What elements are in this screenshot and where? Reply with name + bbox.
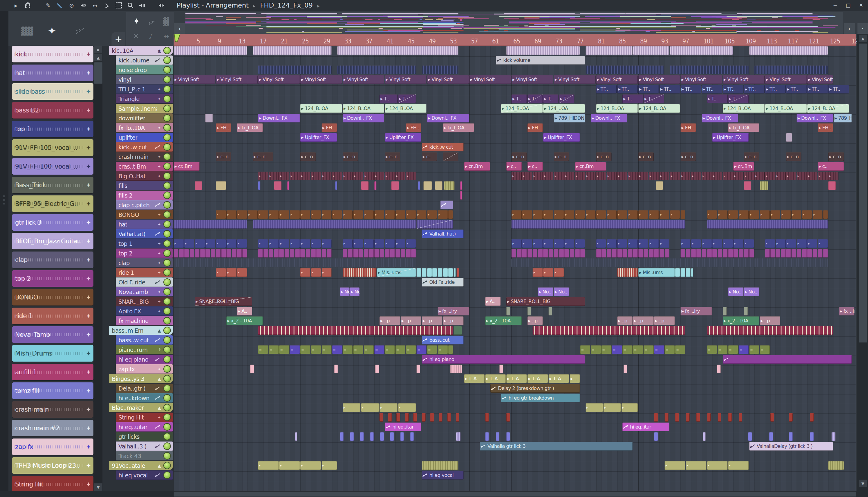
audio-clip[interactable]: ▸ fx_..iry xyxy=(680,307,712,315)
mini-clip[interactable]: ▸ xyxy=(659,210,670,219)
mini-clip[interactable]: ▸ xyxy=(607,172,617,180)
mini-clip[interactable] xyxy=(416,268,421,277)
track-mute-led[interactable] xyxy=(163,172,171,180)
track-header[interactable]: Bingos..ys 3▲ xyxy=(109,374,173,383)
mini-clip[interactable] xyxy=(360,432,364,441)
mini-clip[interactable] xyxy=(375,365,379,373)
mini-clip[interactable] xyxy=(460,181,462,190)
audio-clip[interactable]: ▸ Uplifter_FX xyxy=(300,133,337,142)
mini-clip[interactable]: ▸ xyxy=(564,239,574,248)
pattern-clip[interactable] xyxy=(512,220,685,229)
midi-clip[interactable]: ≡ xyxy=(718,345,728,354)
mini-clip[interactable] xyxy=(659,249,664,258)
audio-clip[interactable]: ▸ T.. xyxy=(527,95,543,103)
audio-clip[interactable]: ▸ fx_..iry xyxy=(438,307,469,315)
mini-clip[interactable] xyxy=(638,249,643,258)
audio-clip[interactable]: ▸ 124_B..OA xyxy=(596,104,638,113)
track-header[interactable]: Sample..inema xyxy=(116,104,173,113)
mini-clip[interactable] xyxy=(792,249,796,258)
stretch-icon[interactable]: ↔ xyxy=(164,32,169,40)
audio-clip[interactable]: ▸ Downl.._FX xyxy=(258,114,300,123)
mini-clip[interactable]: ▸ xyxy=(174,239,184,248)
playlist-grid[interactable]: kick volume▸ Vinyl Soft▸ Vinyl Soft▸ Vin… xyxy=(174,46,856,491)
horizontal-scroll-thumb[interactable] xyxy=(174,492,856,497)
mini-clip[interactable]: ▸ xyxy=(659,239,670,248)
mini-clip[interactable] xyxy=(812,249,818,258)
audio-clip[interactable]: ▸ ..p xyxy=(633,316,654,325)
automation-clip[interactable]: Old Fa..ride xyxy=(422,278,464,286)
mini-clip[interactable]: ▸ xyxy=(628,172,638,180)
mini-clip[interactable]: ▸ xyxy=(343,239,353,248)
mini-clip[interactable]: ▸ xyxy=(237,268,247,277)
mini-clip[interactable]: ▸ xyxy=(638,172,649,180)
automation-clip[interactable] xyxy=(723,355,852,364)
mini-clip[interactable]: ▸ xyxy=(575,172,585,180)
audio-clip[interactable]: ▸ FH.. xyxy=(680,123,696,132)
track-header[interactable]: piano..rum♪ xyxy=(116,345,173,354)
mini-clip[interactable]: ▸ xyxy=(279,210,289,219)
picker-item[interactable]: clap✦ xyxy=(12,252,93,268)
mini-clip[interactable]: ▸ xyxy=(728,461,749,470)
mini-clip[interactable]: ▸ xyxy=(765,239,775,248)
audio-clip[interactable]: ▸ Vinyl Soft xyxy=(258,75,300,84)
pattern-clip[interactable] xyxy=(253,46,332,55)
picker-item[interactable]: zap fx✦ xyxy=(12,439,93,455)
pattern-clip[interactable] xyxy=(343,268,377,277)
mini-clip[interactable] xyxy=(607,249,612,258)
mini-clip[interactable]: ▸ xyxy=(300,172,310,180)
track-header[interactable]: SNAR.._BIG✦ xyxy=(116,297,173,306)
audio-clip[interactable]: ▸ ..p xyxy=(527,316,543,325)
mini-clip[interactable] xyxy=(424,181,432,190)
pattern-clip[interactable] xyxy=(832,432,836,441)
mini-clip[interactable] xyxy=(522,249,527,258)
picker-item[interactable]: ac fill 1✦ xyxy=(12,364,93,380)
track-mute-led[interactable] xyxy=(163,356,171,363)
track-mute-led[interactable] xyxy=(163,442,171,450)
picker-item[interactable]: String Hit✦ xyxy=(12,476,93,493)
mini-clip[interactable] xyxy=(665,249,670,258)
preview-speaker-icon[interactable] xyxy=(157,0,167,11)
mini-clip[interactable] xyxy=(786,249,791,258)
track-header[interactable]: top 2✦ xyxy=(116,248,173,258)
mini-clip[interactable] xyxy=(388,413,392,422)
midi-clip[interactable]: ≡ xyxy=(385,345,395,354)
midi-clip[interactable]: ≡ xyxy=(739,345,749,354)
audio-clip[interactable]: ▸ x_2 - 10A xyxy=(226,316,263,325)
midi-clip[interactable]: ≡ xyxy=(332,345,342,354)
mini-clip[interactable] xyxy=(258,249,263,258)
mini-clip[interactable] xyxy=(448,210,453,219)
track-mute-led[interactable] xyxy=(163,375,171,382)
midi-clip[interactable]: ≡ xyxy=(591,345,601,354)
midi-clip[interactable]: ≡ xyxy=(416,345,427,354)
mini-clip[interactable] xyxy=(274,249,279,258)
track-mute-led[interactable] xyxy=(163,327,171,334)
mini-clip[interactable]: ▸ xyxy=(343,403,361,412)
track-header[interactable]: Track 43 xyxy=(116,451,173,460)
mini-clip[interactable]: ▸ xyxy=(300,461,321,470)
slide-curve-icon[interactable]: ∫ xyxy=(149,32,152,39)
mini-clip[interactable]: ▸ xyxy=(268,210,279,219)
pattern-clip[interactable] xyxy=(749,46,828,55)
audio-clip[interactable]: ▸ 789_HIDDN xyxy=(834,114,852,123)
picker-item[interactable]: 91V_FF_100_vocal_..✦ xyxy=(12,158,93,175)
audio-clip[interactable]: ▸ ..p xyxy=(422,316,442,325)
mini-clip[interactable] xyxy=(374,249,379,258)
mini-clip[interactable] xyxy=(654,413,658,422)
track-mute-led[interactable] xyxy=(163,346,171,353)
audio-clip[interactable]: ▸ T.. xyxy=(728,95,749,103)
mini-clip[interactable]: ▸ xyxy=(554,172,564,180)
mini-clip[interactable]: ▸ xyxy=(807,239,818,248)
audio-clip[interactable]: ▸ T..A xyxy=(485,374,506,383)
pattern-clip[interactable] xyxy=(532,326,685,335)
mini-clip[interactable] xyxy=(364,249,369,258)
mini-clip[interactable]: ▸ xyxy=(216,239,226,248)
mini-clip[interactable]: ▸ xyxy=(702,172,712,180)
track-header[interactable]: fx_lo..10A✦ xyxy=(116,123,173,132)
mini-clip[interactable] xyxy=(559,249,564,258)
track-header[interactable]: hat✦ xyxy=(116,219,173,229)
mini-clip[interactable] xyxy=(311,249,316,258)
mini-clip[interactable] xyxy=(789,413,793,422)
track-mute-led[interactable] xyxy=(163,66,171,74)
playlist-audio-tab-icon[interactable]: ✦ xyxy=(133,16,140,26)
mini-clip[interactable] xyxy=(675,413,679,422)
